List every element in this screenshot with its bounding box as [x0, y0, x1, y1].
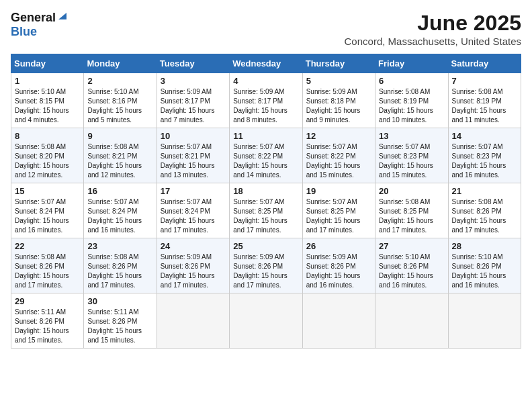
day-info: Sunrise: 5:07 AM Sunset: 8:22 PM Dayligh… — [233, 143, 287, 179]
title-area: June 2025 Concord, Massachusetts, United… — [345, 11, 521, 47]
day-info: Sunrise: 5:07 AM Sunset: 8:25 PM Dayligh… — [233, 198, 287, 234]
day-number: 21 — [452, 186, 517, 196]
calendar-cell: 22 Sunrise: 5:08 AM Sunset: 8:26 PM Dayl… — [11, 238, 84, 293]
logo-general-text: General — [11, 11, 56, 25]
calendar-cell — [230, 293, 302, 349]
day-number: 29 — [15, 296, 80, 306]
day-number: 11 — [233, 131, 298, 141]
page-header: General Blue June 2025 Concord, Massachu… — [11, 11, 521, 47]
calendar-cell: 4 Sunrise: 5:09 AM Sunset: 8:17 PM Dayli… — [230, 73, 302, 128]
day-number: 24 — [161, 241, 226, 251]
calendar-cell: 10 Sunrise: 5:07 AM Sunset: 8:21 PM Dayl… — [157, 128, 229, 183]
day-number: 1 — [15, 76, 80, 86]
logo-blue-text: Blue — [11, 25, 37, 39]
calendar-cell: 12 Sunrise: 5:07 AM Sunset: 8:22 PM Dayl… — [302, 128, 375, 183]
calendar-header-tuesday: Tuesday — [157, 54, 229, 73]
day-number: 22 — [15, 241, 80, 251]
day-info: Sunrise: 5:10 AM Sunset: 8:15 PM Dayligh… — [15, 88, 69, 124]
calendar-cell: 24 Sunrise: 5:09 AM Sunset: 8:26 PM Dayl… — [157, 238, 229, 293]
day-number: 27 — [379, 241, 444, 251]
calendar-cell: 15 Sunrise: 5:07 AM Sunset: 8:24 PM Dayl… — [11, 183, 84, 238]
logo: General Blue — [11, 11, 68, 39]
calendar-cell: 21 Sunrise: 5:08 AM Sunset: 8:26 PM Dayl… — [448, 183, 521, 238]
calendar-cell: 8 Sunrise: 5:08 AM Sunset: 8:20 PM Dayli… — [11, 128, 84, 183]
day-number: 28 — [452, 241, 517, 251]
calendar-cell: 2 Sunrise: 5:10 AM Sunset: 8:16 PM Dayli… — [84, 73, 157, 128]
day-info: Sunrise: 5:11 AM Sunset: 8:26 PM Dayligh… — [87, 308, 142, 344]
day-info: Sunrise: 5:07 AM Sunset: 8:22 PM Dayligh… — [306, 143, 361, 179]
day-number: 16 — [87, 186, 152, 196]
calendar-cell: 9 Sunrise: 5:08 AM Sunset: 8:21 PM Dayli… — [84, 128, 157, 183]
day-info: Sunrise: 5:08 AM Sunset: 8:25 PM Dayligh… — [379, 198, 433, 234]
day-number: 2 — [87, 76, 152, 86]
day-number: 7 — [452, 76, 517, 86]
day-number: 3 — [161, 76, 226, 86]
calendar-cell: 29 Sunrise: 5:11 AM Sunset: 8:26 PM Dayl… — [11, 293, 84, 349]
day-info: Sunrise: 5:09 AM Sunset: 8:26 PM Dayligh… — [161, 253, 215, 289]
calendar-cell: 14 Sunrise: 5:07 AM Sunset: 8:23 PM Dayl… — [448, 128, 521, 183]
calendar-cell: 25 Sunrise: 5:09 AM Sunset: 8:26 PM Dayl… — [230, 238, 302, 293]
calendar-cell — [448, 293, 521, 349]
calendar-week-row: 29 Sunrise: 5:11 AM Sunset: 8:26 PM Dayl… — [11, 293, 521, 349]
calendar-cell: 27 Sunrise: 5:10 AM Sunset: 8:26 PM Dayl… — [375, 238, 448, 293]
day-number: 26 — [306, 241, 371, 251]
calendar-cell: 20 Sunrise: 5:08 AM Sunset: 8:25 PM Dayl… — [375, 183, 448, 238]
calendar-cell — [302, 293, 375, 349]
day-info: Sunrise: 5:08 AM Sunset: 8:21 PM Dayligh… — [87, 143, 142, 179]
day-number: 20 — [379, 186, 444, 196]
calendar-cell: 3 Sunrise: 5:09 AM Sunset: 8:17 PM Dayli… — [157, 73, 229, 128]
calendar-week-row: 1 Sunrise: 5:10 AM Sunset: 8:15 PM Dayli… — [11, 73, 521, 128]
calendar-cell: 6 Sunrise: 5:08 AM Sunset: 8:19 PM Dayli… — [375, 73, 448, 128]
day-info: Sunrise: 5:10 AM Sunset: 8:26 PM Dayligh… — [379, 253, 433, 289]
day-number: 5 — [306, 76, 371, 86]
calendar-week-row: 22 Sunrise: 5:08 AM Sunset: 8:26 PM Dayl… — [11, 238, 521, 293]
calendar-week-row: 8 Sunrise: 5:08 AM Sunset: 8:20 PM Dayli… — [11, 128, 521, 183]
logo-icon — [57, 10, 68, 21]
day-info: Sunrise: 5:08 AM Sunset: 8:19 PM Dayligh… — [452, 88, 506, 124]
calendar-cell: 1 Sunrise: 5:10 AM Sunset: 8:15 PM Dayli… — [11, 73, 84, 128]
day-info: Sunrise: 5:08 AM Sunset: 8:19 PM Dayligh… — [379, 88, 433, 124]
day-info: Sunrise: 5:10 AM Sunset: 8:16 PM Dayligh… — [87, 88, 142, 124]
day-info: Sunrise: 5:08 AM Sunset: 8:26 PM Dayligh… — [452, 198, 506, 234]
day-number: 15 — [15, 186, 80, 196]
day-number: 9 — [87, 131, 152, 141]
calendar-header-wednesday: Wednesday — [230, 54, 302, 73]
calendar-header-monday: Monday — [84, 54, 157, 73]
day-info: Sunrise: 5:07 AM Sunset: 8:21 PM Dayligh… — [161, 143, 215, 179]
calendar-cell: 13 Sunrise: 5:07 AM Sunset: 8:23 PM Dayl… — [375, 128, 448, 183]
calendar-cell: 28 Sunrise: 5:10 AM Sunset: 8:26 PM Dayl… — [448, 238, 521, 293]
calendar-cell: 5 Sunrise: 5:09 AM Sunset: 8:18 PM Dayli… — [302, 73, 375, 128]
day-number: 18 — [233, 186, 298, 196]
day-number: 4 — [233, 76, 298, 86]
day-number: 19 — [306, 186, 371, 196]
calendar-cell — [375, 293, 448, 349]
calendar-cell: 26 Sunrise: 5:09 AM Sunset: 8:26 PM Dayl… — [302, 238, 375, 293]
day-number: 25 — [233, 241, 298, 251]
calendar-title: June 2025 — [345, 11, 521, 36]
day-info: Sunrise: 5:09 AM Sunset: 8:17 PM Dayligh… — [161, 88, 215, 124]
svg-marker-0 — [58, 13, 66, 19]
day-info: Sunrise: 5:07 AM Sunset: 8:23 PM Dayligh… — [379, 143, 433, 179]
calendar-cell: 7 Sunrise: 5:08 AM Sunset: 8:19 PM Dayli… — [448, 73, 521, 128]
day-info: Sunrise: 5:07 AM Sunset: 8:25 PM Dayligh… — [306, 198, 361, 234]
calendar-header-friday: Friday — [375, 54, 448, 73]
day-number: 23 — [87, 241, 152, 251]
day-number: 13 — [379, 131, 444, 141]
calendar-cell: 30 Sunrise: 5:11 AM Sunset: 8:26 PM Dayl… — [84, 293, 157, 349]
calendar-header-row: SundayMondayTuesdayWednesdayThursdayFrid… — [11, 54, 521, 73]
calendar-cell — [157, 293, 229, 349]
calendar-header-thursday: Thursday — [302, 54, 375, 73]
day-info: Sunrise: 5:07 AM Sunset: 8:23 PM Dayligh… — [452, 143, 506, 179]
calendar-week-row: 15 Sunrise: 5:07 AM Sunset: 8:24 PM Dayl… — [11, 183, 521, 238]
day-number: 6 — [379, 76, 444, 86]
calendar-subtitle: Concord, Massachusetts, United States — [345, 36, 521, 47]
calendar-cell: 11 Sunrise: 5:07 AM Sunset: 8:22 PM Dayl… — [230, 128, 302, 183]
day-number: 10 — [161, 131, 226, 141]
day-info: Sunrise: 5:07 AM Sunset: 8:24 PM Dayligh… — [161, 198, 215, 234]
day-info: Sunrise: 5:09 AM Sunset: 8:26 PM Dayligh… — [233, 253, 287, 289]
day-info: Sunrise: 5:08 AM Sunset: 8:26 PM Dayligh… — [87, 253, 142, 289]
day-info: Sunrise: 5:09 AM Sunset: 8:18 PM Dayligh… — [306, 88, 361, 124]
day-number: 30 — [87, 296, 152, 306]
day-info: Sunrise: 5:08 AM Sunset: 8:20 PM Dayligh… — [15, 143, 69, 179]
day-info: Sunrise: 5:08 AM Sunset: 8:26 PM Dayligh… — [15, 253, 69, 289]
